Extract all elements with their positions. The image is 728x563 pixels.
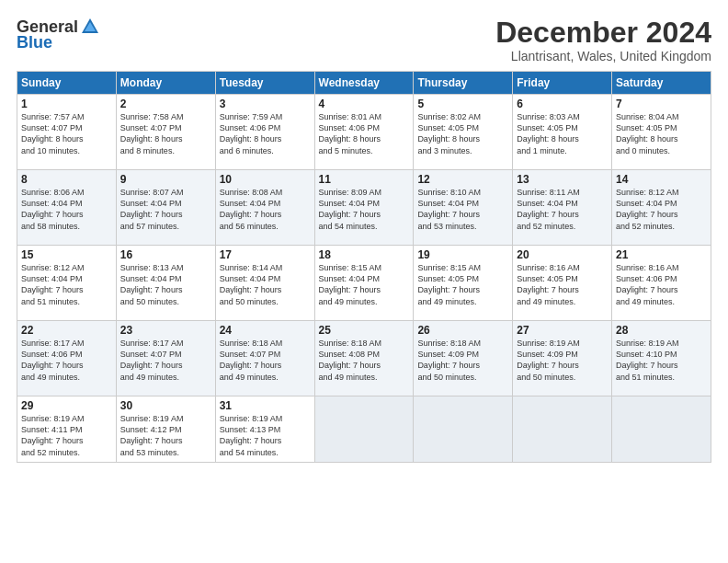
day-number: 31 xyxy=(220,399,311,412)
col-tuesday: Tuesday xyxy=(215,72,314,95)
logo-icon xyxy=(80,17,100,37)
day-info: Sunrise: 8:12 AM Sunset: 4:04 PM Dayligh… xyxy=(616,187,707,232)
day-number: 4 xyxy=(319,98,410,110)
col-wednesday: Wednesday xyxy=(314,72,414,95)
table-row: 28Sunrise: 8:19 AM Sunset: 4:10 PM Dayli… xyxy=(612,321,711,396)
day-number: 9 xyxy=(120,173,211,186)
day-info: Sunrise: 8:17 AM Sunset: 4:06 PM Dayligh… xyxy=(21,338,112,383)
table-row: 23Sunrise: 8:17 AM Sunset: 4:07 PM Dayli… xyxy=(116,321,215,396)
day-info: Sunrise: 8:09 AM Sunset: 4:04 PM Dayligh… xyxy=(319,187,410,232)
col-friday: Friday xyxy=(513,72,612,95)
day-info: Sunrise: 8:04 AM Sunset: 4:05 PM Dayligh… xyxy=(616,111,707,156)
day-number: 18 xyxy=(319,248,410,261)
day-info: Sunrise: 7:59 AM Sunset: 4:06 PM Dayligh… xyxy=(220,111,311,156)
table-row xyxy=(513,396,612,463)
day-info: Sunrise: 8:19 AM Sunset: 4:11 PM Dayligh… xyxy=(21,413,112,458)
day-number: 23 xyxy=(120,324,211,337)
col-sunday: Sunday xyxy=(17,72,117,95)
logo-blue: Blue xyxy=(17,33,52,52)
table-row: 4Sunrise: 8:01 AM Sunset: 4:06 PM Daylig… xyxy=(314,95,414,170)
table-row: 3Sunrise: 7:59 AM Sunset: 4:06 PM Daylig… xyxy=(215,95,314,170)
day-info: Sunrise: 8:19 AM Sunset: 4:09 PM Dayligh… xyxy=(517,338,608,383)
day-info: Sunrise: 8:15 AM Sunset: 4:05 PM Dayligh… xyxy=(417,262,508,307)
table-row: 6Sunrise: 8:03 AM Sunset: 4:05 PM Daylig… xyxy=(513,95,612,170)
day-number: 5 xyxy=(417,98,508,110)
day-info: Sunrise: 8:06 AM Sunset: 4:04 PM Dayligh… xyxy=(21,187,112,232)
day-number: 17 xyxy=(220,248,311,261)
logo: General Blue xyxy=(17,17,100,52)
day-info: Sunrise: 8:12 AM Sunset: 4:04 PM Dayligh… xyxy=(21,262,112,307)
day-info: Sunrise: 8:17 AM Sunset: 4:07 PM Dayligh… xyxy=(120,338,211,383)
day-number: 1 xyxy=(21,98,112,110)
table-row: 10Sunrise: 8:08 AM Sunset: 4:04 PM Dayli… xyxy=(215,170,314,246)
day-number: 6 xyxy=(517,98,608,110)
table-row: 15Sunrise: 8:12 AM Sunset: 4:04 PM Dayli… xyxy=(17,246,117,321)
day-info: Sunrise: 8:19 AM Sunset: 4:10 PM Dayligh… xyxy=(616,338,707,383)
day-number: 7 xyxy=(616,98,707,110)
table-row: 2Sunrise: 7:58 AM Sunset: 4:07 PM Daylig… xyxy=(116,95,215,170)
day-number: 12 xyxy=(417,173,508,186)
header: General Blue December 2024 Llantrisant, … xyxy=(17,17,711,63)
day-info: Sunrise: 8:13 AM Sunset: 4:04 PM Dayligh… xyxy=(120,262,211,307)
day-number: 11 xyxy=(319,173,410,186)
location: Llantrisant, Wales, United Kingdom xyxy=(495,49,711,63)
table-row: 29Sunrise: 8:19 AM Sunset: 4:11 PM Dayli… xyxy=(17,396,117,463)
day-info: Sunrise: 8:16 AM Sunset: 4:05 PM Dayligh… xyxy=(517,262,608,307)
table-row: 16Sunrise: 8:13 AM Sunset: 4:04 PM Dayli… xyxy=(116,246,215,321)
table-row: 12Sunrise: 8:10 AM Sunset: 4:04 PM Dayli… xyxy=(414,170,513,246)
day-number: 16 xyxy=(120,248,211,261)
day-info: Sunrise: 7:58 AM Sunset: 4:07 PM Dayligh… xyxy=(120,111,211,156)
day-number: 20 xyxy=(517,248,608,261)
table-row: 27Sunrise: 8:19 AM Sunset: 4:09 PM Dayli… xyxy=(513,321,612,396)
day-number: 30 xyxy=(120,399,211,412)
table-row: 14Sunrise: 8:12 AM Sunset: 4:04 PM Dayli… xyxy=(612,170,711,246)
table-row: 22Sunrise: 8:17 AM Sunset: 4:06 PM Dayli… xyxy=(17,321,117,396)
table-row: 1Sunrise: 7:57 AM Sunset: 4:07 PM Daylig… xyxy=(17,95,117,170)
month-title: December 2024 xyxy=(495,17,711,49)
table-row: 20Sunrise: 8:16 AM Sunset: 4:05 PM Dayli… xyxy=(513,246,612,321)
table-row: 25Sunrise: 8:18 AM Sunset: 4:08 PM Dayli… xyxy=(314,321,414,396)
table-row: 24Sunrise: 8:18 AM Sunset: 4:07 PM Dayli… xyxy=(215,321,314,396)
day-number: 19 xyxy=(417,248,508,261)
day-number: 21 xyxy=(616,248,707,261)
table-row: 8Sunrise: 8:06 AM Sunset: 4:04 PM Daylig… xyxy=(17,170,117,246)
table-row: 9Sunrise: 8:07 AM Sunset: 4:04 PM Daylig… xyxy=(116,170,215,246)
day-info: Sunrise: 8:08 AM Sunset: 4:04 PM Dayligh… xyxy=(220,187,311,232)
day-info: Sunrise: 8:18 AM Sunset: 4:09 PM Dayligh… xyxy=(417,338,508,383)
table-row: 31Sunrise: 8:19 AM Sunset: 4:13 PM Dayli… xyxy=(215,396,314,463)
title-block: December 2024 Llantrisant, Wales, United… xyxy=(495,17,711,63)
day-info: Sunrise: 8:19 AM Sunset: 4:13 PM Dayligh… xyxy=(220,413,311,458)
calendar-table: Sunday Monday Tuesday Wednesday Thursday… xyxy=(17,71,711,463)
day-info: Sunrise: 8:07 AM Sunset: 4:04 PM Dayligh… xyxy=(120,187,211,232)
day-info: Sunrise: 8:02 AM Sunset: 4:05 PM Dayligh… xyxy=(417,111,508,156)
calendar-page: General Blue December 2024 Llantrisant, … xyxy=(0,0,728,563)
table-row xyxy=(612,396,711,463)
day-number: 13 xyxy=(517,173,608,186)
day-info: Sunrise: 8:01 AM Sunset: 4:06 PM Dayligh… xyxy=(319,111,410,156)
day-info: Sunrise: 7:57 AM Sunset: 4:07 PM Dayligh… xyxy=(21,111,112,156)
day-number: 14 xyxy=(616,173,707,186)
day-info: Sunrise: 8:14 AM Sunset: 4:04 PM Dayligh… xyxy=(220,262,311,307)
day-number: 10 xyxy=(220,173,311,186)
header-row: Sunday Monday Tuesday Wednesday Thursday… xyxy=(17,72,711,95)
day-number: 29 xyxy=(21,399,112,412)
table-row: 17Sunrise: 8:14 AM Sunset: 4:04 PM Dayli… xyxy=(215,246,314,321)
day-info: Sunrise: 8:18 AM Sunset: 4:08 PM Dayligh… xyxy=(319,338,410,383)
day-info: Sunrise: 8:11 AM Sunset: 4:04 PM Dayligh… xyxy=(517,187,608,232)
day-number: 27 xyxy=(517,324,608,337)
day-number: 25 xyxy=(319,324,410,337)
table-row xyxy=(314,396,414,463)
day-info: Sunrise: 8:19 AM Sunset: 4:12 PM Dayligh… xyxy=(120,413,211,458)
col-saturday: Saturday xyxy=(612,72,711,95)
table-row: 13Sunrise: 8:11 AM Sunset: 4:04 PM Dayli… xyxy=(513,170,612,246)
day-number: 2 xyxy=(120,98,211,110)
day-info: Sunrise: 8:15 AM Sunset: 4:04 PM Dayligh… xyxy=(319,262,410,307)
day-info: Sunrise: 8:16 AM Sunset: 4:06 PM Dayligh… xyxy=(616,262,707,307)
day-info: Sunrise: 8:18 AM Sunset: 4:07 PM Dayligh… xyxy=(220,338,311,383)
table-row: 26Sunrise: 8:18 AM Sunset: 4:09 PM Dayli… xyxy=(414,321,513,396)
day-info: Sunrise: 8:10 AM Sunset: 4:04 PM Dayligh… xyxy=(417,187,508,232)
day-number: 22 xyxy=(21,324,112,337)
day-number: 28 xyxy=(616,324,707,337)
table-row: 11Sunrise: 8:09 AM Sunset: 4:04 PM Dayli… xyxy=(314,170,414,246)
col-thursday: Thursday xyxy=(414,72,513,95)
